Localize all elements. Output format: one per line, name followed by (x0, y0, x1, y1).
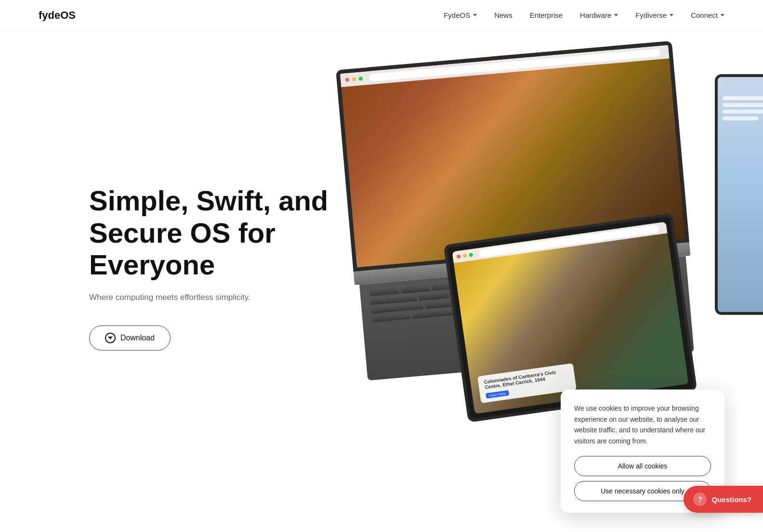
tablet-action-button: Learn more (486, 390, 509, 399)
chevron-down-icon (721, 14, 724, 16)
key (372, 312, 410, 322)
questions-label: Questions? (711, 495, 751, 504)
nav-item-fydeos[interactable]: FydeOS (444, 11, 477, 19)
allow-all-cookies-button[interactable]: Allow all cookies (574, 456, 711, 476)
browser-close-dot (457, 255, 461, 259)
browser-maximize-dot (358, 77, 363, 81)
nav-item-fydiverse[interactable]: Fydiverse (635, 11, 673, 19)
download-icon (105, 333, 116, 343)
nav-link-enterprise[interactable]: Enterprise (530, 11, 563, 19)
nav-link-hardware[interactable]: Hardware (580, 11, 618, 19)
nav-link-news[interactable]: News (494, 11, 513, 19)
hero-title: Simple, Swift, and Secure OS for Everyon… (89, 185, 340, 281)
site-logo[interactable]: fydeOS (39, 9, 76, 22)
nav-item-enterprise[interactable]: Enterprise (530, 11, 563, 19)
key (400, 284, 430, 293)
ui-row (723, 110, 763, 114)
browser-url-bar (369, 49, 660, 82)
ui-row (723, 103, 763, 107)
hero-subtitle: Where computing meets effortless simplic… (89, 293, 340, 302)
browser-maximize-dot (469, 253, 473, 257)
chevron-down-icon (670, 14, 673, 16)
ui-row (723, 96, 763, 100)
nav-link-fydiverse[interactable]: Fydiverse (635, 11, 673, 19)
nav-link-fydeos[interactable]: FydeOS (444, 11, 477, 19)
questions-button[interactable]: ? Questions? (684, 486, 763, 513)
nav-item-hardware[interactable]: Hardware (580, 11, 618, 19)
laptop-browser-bar (340, 45, 670, 87)
browser-minimize-dot (352, 77, 356, 81)
cookie-text: We use cookies to improve your browsing … (574, 403, 711, 446)
nav-link-connect[interactable]: Connect (691, 11, 724, 19)
tablet-screen: Colonnades of Canberra's Civic Centre, E… (452, 221, 689, 414)
nav-links: FydeOS News Enterprise Hardware Fydivers… (444, 11, 724, 19)
hero-text-block: Simple, Swift, and Secure OS for Everyon… (89, 185, 340, 350)
download-button[interactable]: Download (89, 325, 171, 350)
chevron-down-icon (614, 14, 618, 16)
questions-icon: ? (693, 493, 707, 506)
browser-close-dot (345, 78, 350, 82)
right-device-screen (718, 77, 763, 312)
nav-item-connect[interactable]: Connect (691, 11, 724, 19)
nav-item-news[interactable]: News (494, 11, 513, 19)
browser-minimize-dot (462, 254, 467, 258)
key (369, 287, 399, 296)
right-device (715, 74, 763, 315)
right-device-ui (718, 77, 763, 128)
key (418, 291, 449, 301)
navbar: fydeOS FydeOS News Enterprise Hardware (0, 0, 763, 31)
ui-row (723, 117, 758, 120)
chevron-down-icon (473, 14, 477, 16)
tablet-content-title: Colonnades of Canberra's Civic Centre, E… (484, 368, 569, 390)
